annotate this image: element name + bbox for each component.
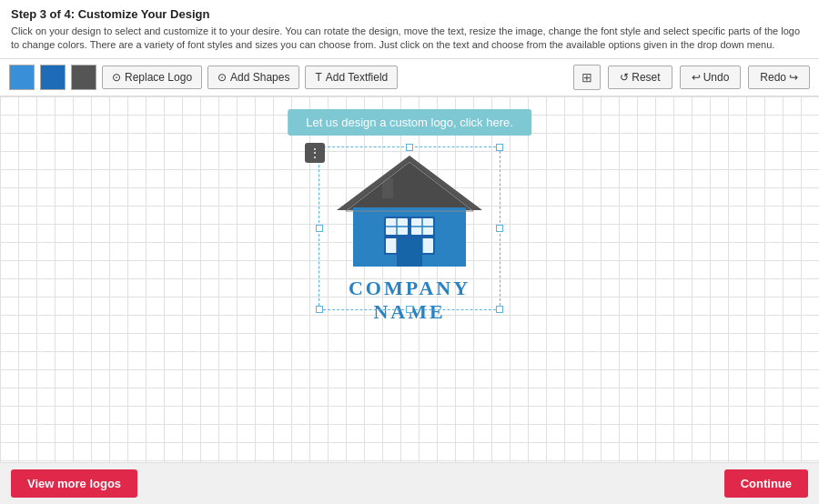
undo-button[interactable]: ↩ Undo (680, 66, 742, 89)
replace-logo-button[interactable]: ⊙ Replace Logo (102, 66, 202, 89)
header: Step 3 of 4: Customize Your Design Click… (0, 0, 819, 59)
reset-icon: ↺ (620, 71, 629, 84)
color-swatch-2[interactable] (40, 65, 66, 90)
footer: View more logos Continue (0, 462, 819, 504)
color-swatch-1[interactable] (9, 65, 35, 90)
grid-button[interactable]: ⊞ (573, 65, 601, 90)
svg-rect-17 (399, 239, 420, 267)
company-name-text[interactable]: Company Name (318, 277, 500, 324)
grid-icon: ⊞ (581, 70, 592, 85)
context-menu-button[interactable]: ⋮ (305, 143, 325, 163)
logo-container[interactable]: Company Name (318, 146, 500, 324)
redo-button[interactable]: Redo ↪ (748, 66, 810, 89)
add-textfield-icon: T (315, 71, 321, 84)
step-title: Step 3 of 4: Customize Your Design (11, 7, 808, 21)
canvas-area[interactable]: Let us design a custom logo, click here.… (0, 96, 819, 462)
replace-logo-icon: ⊙ (112, 71, 121, 84)
add-shapes-button[interactable]: ⊙ Add Shapes (207, 66, 299, 89)
replace-logo-label: Replace Logo (125, 71, 192, 84)
continue-button[interactable]: Continue (724, 469, 808, 498)
view-more-logos-button[interactable]: View more logos (11, 469, 137, 498)
custom-logo-text: Let us design a custom logo, click here. (306, 116, 513, 129)
toolbar-right: ⊞ ↺ Reset ↩ Undo Redo ↪ (573, 65, 810, 90)
add-shapes-label: Add Shapes (230, 71, 289, 84)
context-menu-icon: ⋮ (308, 146, 321, 160)
step-description: Click on your design to select and custo… (11, 25, 808, 53)
undo-icon: ↩ (692, 71, 701, 84)
color-swatch-3[interactable] (71, 65, 96, 90)
undo-label: Undo (703, 71, 730, 84)
reset-button[interactable]: ↺ Reset (608, 66, 672, 89)
add-textfield-label: Add Textfield (326, 71, 389, 84)
reset-label: Reset (632, 71, 660, 84)
redo-label: Redo (760, 71, 786, 84)
redo-icon: ↪ (789, 71, 798, 84)
svg-marker-1 (348, 160, 471, 208)
house-logo (328, 151, 491, 273)
add-shapes-icon: ⊙ (217, 71, 227, 84)
custom-logo-banner[interactable]: Let us design a custom logo, click here. (288, 109, 531, 136)
page-wrapper: Step 3 of 4: Customize Your Design Click… (0, 0, 819, 504)
add-textfield-button[interactable]: T Add Textfield (305, 66, 398, 89)
toolbar: ⊙ Replace Logo ⊙ Add Shapes T Add Textfi… (0, 59, 819, 96)
